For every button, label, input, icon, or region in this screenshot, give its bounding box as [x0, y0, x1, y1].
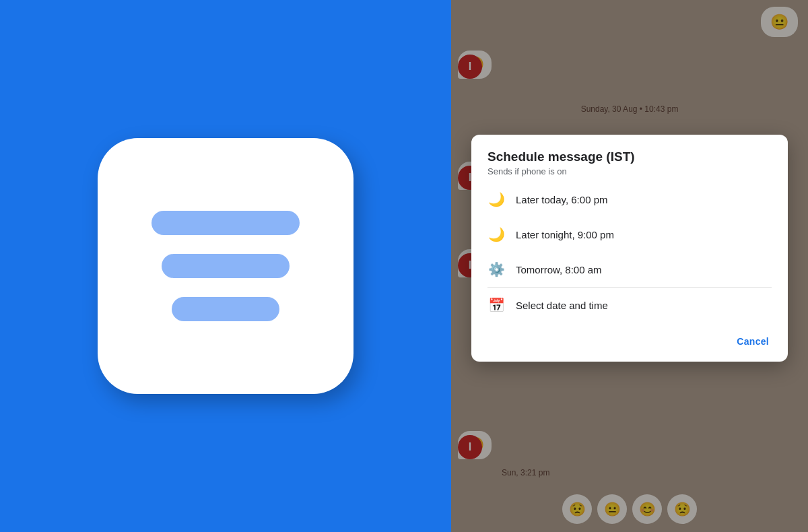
schedule-dialog: Schedule message (IST) Sends if phone is… — [471, 135, 788, 362]
dialog-title: Schedule message (IST) — [487, 149, 772, 164]
cancel-button[interactable]: Cancel — [729, 331, 777, 352]
app-logo — [98, 138, 354, 394]
moon-icon-2: 🌙 — [487, 226, 505, 242]
option-later-today[interactable]: 🌙 Later today, 6:00 pm — [471, 182, 788, 217]
logo-line-3 — [172, 297, 279, 321]
option-select-date-label: Select date and time — [516, 300, 608, 311]
sun-gear-icon: ⚙️ — [487, 261, 505, 277]
option-later-tonight-label: Later tonight, 9:00 pm — [516, 229, 614, 240]
option-select-date[interactable]: 📅 Select date and time — [471, 288, 788, 323]
right-panel: 😐 I 😐 Sunday, 30 Aug • 10:43 pm I 😐 I 😐 — [451, 0, 808, 532]
option-tomorrow[interactable]: ⚙️ Tomorrow, 8:00 am — [471, 252, 788, 287]
dialog-subtitle: Sends if phone is on — [487, 166, 772, 176]
logo-line-2 — [162, 254, 290, 278]
option-later-tonight[interactable]: 🌙 Later tonight, 9:00 pm — [471, 217, 788, 252]
option-tomorrow-label: Tomorrow, 8:00 am — [516, 264, 602, 275]
logo-line-1 — [152, 211, 300, 235]
calendar-icon: 📅 — [487, 297, 505, 313]
left-panel — [0, 0, 451, 532]
dialog-header: Schedule message (IST) Sends if phone is… — [471, 135, 788, 182]
moon-icon-1: 🌙 — [487, 191, 505, 207]
option-later-today-label: Later today, 6:00 pm — [516, 194, 607, 205]
dialog-actions: Cancel — [471, 323, 788, 362]
chat-background: 😐 I 😐 Sunday, 30 Aug • 10:43 pm I 😐 I 😐 — [451, 0, 808, 532]
